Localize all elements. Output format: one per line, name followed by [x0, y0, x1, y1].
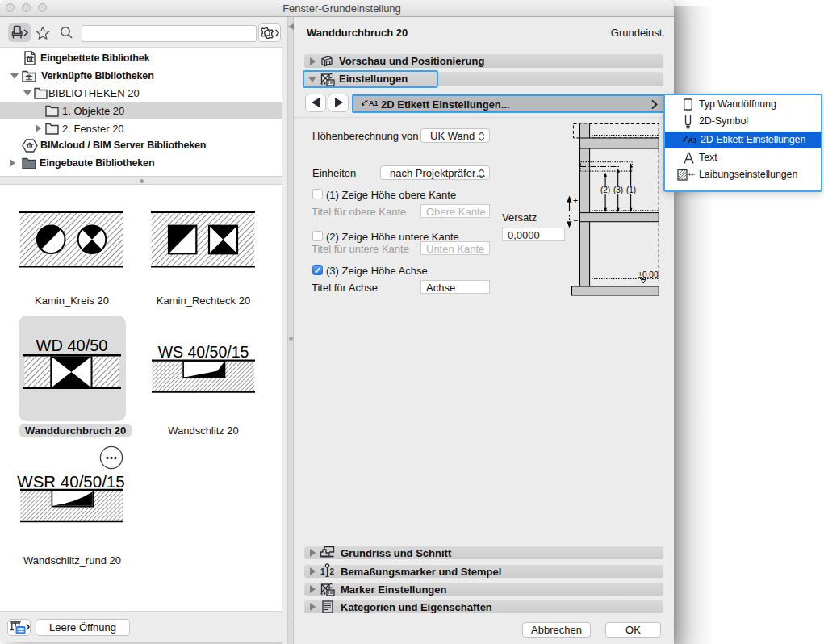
- svg-text:2: 2: [330, 567, 335, 576]
- svg-text:WS 40/50/15: WS 40/50/15: [158, 343, 249, 361]
- svg-text:±0.00: ±0.00: [638, 270, 659, 279]
- svg-text:A1: A1: [688, 136, 696, 144]
- svg-text:(2): (2): [600, 186, 610, 194]
- svg-text:WD 40/50: WD 40/50: [36, 337, 108, 354]
- svg-text:−: −: [573, 215, 578, 225]
- svg-text:(1): (1): [626, 186, 636, 194]
- svg-text:A1: A1: [369, 99, 378, 107]
- svg-text:WSR 40/50/15: WSR 40/50/15: [17, 472, 124, 491]
- svg-text:1: 1: [320, 567, 325, 576]
- svg-text:(3): (3): [613, 186, 623, 194]
- svg-text:+: +: [573, 195, 578, 205]
